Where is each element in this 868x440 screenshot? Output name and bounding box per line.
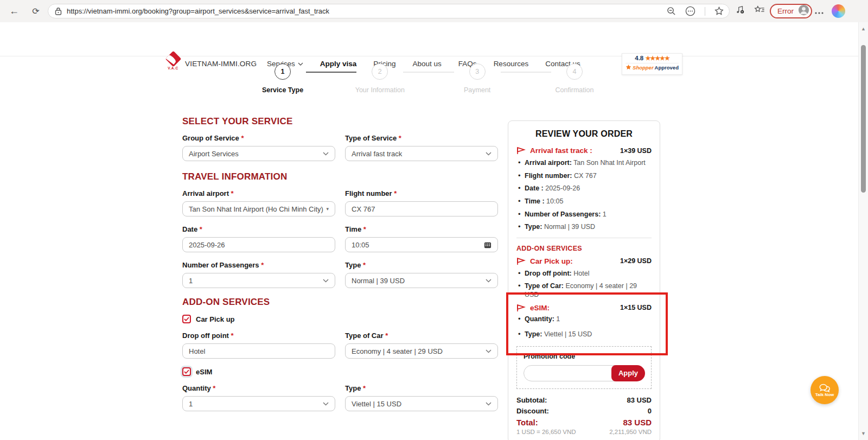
passengers-select[interactable]: 1 [182, 273, 335, 288]
section-addon-services: ADD-ON SERVICES [182, 297, 498, 308]
addon-car-name: Car Pick up: [530, 257, 573, 265]
shopper-approved-badge[interactable]: 4.8 ★★★★★ ShopperApproved [622, 53, 682, 75]
time-input[interactable]: 10:05 [345, 237, 498, 252]
permissions-ellipsis-icon[interactable] [685, 6, 695, 16]
chevron-down-icon [486, 279, 492, 283]
flight-number-input[interactable] [345, 201, 498, 216]
esim-type-label: Type * [345, 384, 498, 392]
apply-button[interactable]: Apply [611, 365, 645, 381]
arrival-airport-select[interactable]: Tan Son Nhat Int Airport (Ho Chi Minh Ci… [182, 201, 335, 216]
site-logo[interactable]: V.A.C [163, 52, 183, 70]
arrival-airport-label: Arrival airport * [182, 189, 335, 197]
detail-row: Type of Car: Economy | 4 seater | 29 USD [516, 282, 652, 299]
zoom-out-icon[interactable] [667, 7, 676, 16]
type-of-service-label: Type of Service * [345, 134, 498, 142]
three-dots-icon [815, 5, 824, 17]
site-header: V.A.C VIETNAM-IMMI.ORG Services Apply vi… [0, 22, 868, 56]
detail-row: Quantity: 1 [516, 315, 652, 324]
step-connector [403, 72, 454, 73]
check-icon [184, 369, 189, 374]
step-connector [501, 72, 551, 73]
service-type-select[interactable]: Normal | 39 USD [345, 273, 498, 288]
chevron-down-icon [323, 279, 329, 283]
group-of-service-select[interactable]: Airport Services [182, 146, 335, 161]
copilot-icon[interactable] [832, 4, 845, 18]
detail-row: Date : 2025-09-26 [516, 184, 652, 193]
detail-row: Type: Normal | 39 USD [516, 223, 652, 232]
date-input[interactable] [182, 237, 335, 252]
collections-button[interactable] [752, 3, 767, 18]
brand-name[interactable]: VIETNAM-IMMI.ORG [185, 60, 257, 68]
addon-car-details: Drop off point: Hotel Type of Car: Econo… [516, 270, 652, 299]
profile-button[interactable]: Error [770, 4, 812, 18]
review-order-panel: REVIEW YOUR ORDER Arrival fast track : 1… [508, 120, 660, 440]
shopper-star-icon [626, 65, 631, 71]
esim-label: eSIM [196, 368, 212, 376]
addon-esim-details: Quantity: 1 Type: Viettel | 15 USD [516, 315, 652, 339]
discount-row: Discount:0 [516, 407, 652, 415]
address-bar[interactable]: https://vietnam-immi.org/booking?group=a… [48, 4, 730, 18]
type-of-service-select[interactable]: Arrival fast track [345, 146, 498, 161]
type-of-car-select[interactable]: Economy | 4 seater | 29 USD [345, 343, 498, 359]
logo-diamond-icon [165, 51, 181, 67]
rating-stars: ★★★★★ [645, 55, 669, 61]
detail-row: Arrival airport: Tan Son Nhat Int Airpor… [516, 159, 652, 168]
chat-bubbles-icon [818, 384, 831, 393]
flag-icon [516, 304, 526, 311]
favorite-star-icon[interactable] [714, 7, 724, 16]
url-text: https://vietnam-immi.org/booking?group=a… [67, 7, 329, 15]
settings-more-button[interactable] [812, 3, 827, 18]
chevron-down-icon [323, 402, 329, 406]
detail-row: Time : 10:05 [516, 197, 652, 206]
page-scrollbar[interactable]: ▲ ▼ [858, 22, 868, 440]
step-service-type: 1 Service Type [265, 63, 301, 94]
dropdown-triangle-icon: ▾ [326, 206, 329, 212]
talk-now-button[interactable]: Talk Now [810, 376, 839, 404]
refresh-button[interactable]: ⟳ [28, 3, 43, 18]
back-button[interactable]: ← [7, 3, 22, 18]
addon-car-qty: 1×29 USD [620, 257, 652, 265]
car-pickup-label: Car Pick up [196, 315, 235, 323]
booking-form: SELECT YOUR SERVICE Group of Service * A… [182, 116, 498, 420]
rating-divider [626, 63, 679, 63]
shopper-brand-1: Shopper [633, 65, 654, 71]
quantity-label: Quantity * [182, 384, 335, 392]
avatar-icon [798, 4, 809, 18]
refresh-icon: ⟳ [32, 6, 39, 16]
back-arrow-icon: ← [9, 5, 19, 17]
time-label: Time * [345, 225, 498, 233]
promotion-code-label: Promotion code [524, 353, 644, 360]
chevron-down-icon [486, 349, 492, 353]
addon-esim-name: eSIM: [530, 304, 550, 312]
chevron-down-icon [486, 402, 492, 406]
media-controls-button[interactable] [732, 3, 748, 18]
talk-now-label: Talk Now [815, 392, 834, 397]
scrollbar-thumb[interactable] [861, 45, 866, 193]
shopper-brand-2: Approved [655, 65, 679, 71]
lock-icon[interactable] [55, 7, 62, 15]
time-picker-icon [484, 241, 492, 248]
scroll-down-icon[interactable]: ▼ [859, 431, 868, 436]
drop-off-input[interactable] [182, 343, 335, 359]
booking-stepper: 1 Service Type 2 Your Information 3 Paym… [265, 63, 592, 94]
date-label: Date * [182, 225, 335, 233]
promotion-code-box: Promotion code Apply [516, 346, 652, 389]
profile-error-label: Error [777, 7, 794, 15]
step-your-information: 2 Your Information [362, 63, 398, 94]
quantity-select[interactable]: 1 [182, 396, 335, 411]
car-pickup-checkbox[interactable] [182, 315, 191, 323]
panel-divider [516, 238, 652, 238]
exchange-rate-row: 1 USD = 26,650 VND2,211,950 VND [516, 429, 652, 435]
esim-type-select[interactable]: Viettel | 15 USD [345, 396, 498, 411]
flag-icon [516, 258, 526, 265]
flag-icon [516, 147, 526, 154]
step-payment: 3 Payment [459, 63, 495, 94]
step-confirmation: 4 Confirmation [557, 63, 592, 94]
chevron-down-icon [486, 152, 492, 156]
logo-caption: V.A.C [163, 66, 183, 70]
chevron-down-icon [323, 152, 329, 156]
order-item-qty: 1×39 USD [620, 147, 652, 155]
esim-checkbox[interactable] [182, 367, 191, 376]
scroll-up-icon[interactable]: ▲ [859, 26, 868, 31]
music-note-icon [735, 5, 745, 17]
